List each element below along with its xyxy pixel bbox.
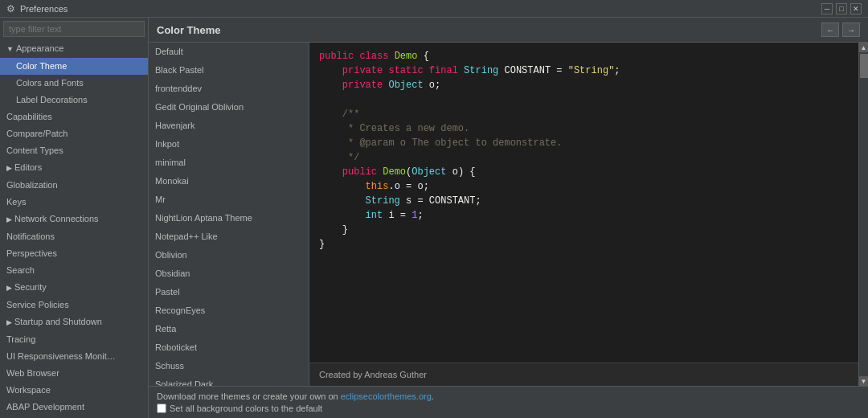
sidebar-item-workspace[interactable]: Workspace <box>0 382 148 399</box>
code-line-2: private static final String CONSTANT = "… <box>319 64 849 78</box>
scroll-down-arrow[interactable]: ▼ <box>859 376 869 386</box>
code-line-7: * @param o The object to demonstrate. <box>319 136 849 150</box>
right-panel: Color Theme ← → Default Black Pastel fro… <box>149 18 868 418</box>
theme-item-gedit[interactable]: Gedit Original Oblivion <box>149 98 309 117</box>
sidebar-item-color-theme[interactable]: Color Theme <box>0 58 148 75</box>
minimize-button[interactable]: ─ <box>821 3 833 14</box>
theme-item-schuss[interactable]: Schuss <box>149 357 309 375</box>
theme-item-default[interactable]: Default <box>149 43 309 61</box>
credit-text: Created by Andreas Guther <box>319 370 427 379</box>
header-buttons: ← → <box>821 23 860 37</box>
theme-item-monokai[interactable]: Monokai <box>149 172 309 191</box>
theme-item-nightlion[interactable]: NightLion Aptana Theme <box>149 209 309 227</box>
sidebar-item-globalization[interactable]: Globalization <box>0 177 148 194</box>
expand-arrow-appearance: ▼ <box>6 43 14 56</box>
sidebar-item-network-connections[interactable]: ▶Network Connections <box>0 211 148 228</box>
back-button[interactable]: ← <box>821 23 839 37</box>
sidebar-item-perspectives[interactable]: Perspectives <box>0 245 148 262</box>
window-title: Preferences <box>20 4 68 14</box>
theme-item-minimal[interactable]: minimal <box>149 154 309 172</box>
app-icon: ⚙ <box>6 3 15 14</box>
main-container: ▼Appearance Color Theme Colors and Fonts… <box>0 18 868 418</box>
code-line-11: String s = CONSTANT; <box>319 194 849 208</box>
expand-arrow-security: ▶ <box>6 281 12 295</box>
sidebar-item-keys[interactable]: Keys <box>0 194 148 211</box>
footer-checkbox-row: Set all background colors to the default <box>157 404 860 413</box>
scroll-thumb[interactable] <box>860 54 868 78</box>
code-line-5: /** <box>319 107 849 121</box>
sidebar-item-appearance[interactable]: ▼Appearance <box>0 40 148 58</box>
sidebar-item-content-types[interactable]: Content Types <box>0 142 148 159</box>
titlebar-controls: ─ □ ✕ <box>821 3 862 14</box>
restore-button[interactable]: □ <box>836 3 847 14</box>
sidebar-item-tracing[interactable]: Tracing <box>0 331 148 348</box>
code-line-6: * Creates a new demo. <box>319 121 849 136</box>
sidebar-item-search[interactable]: Search <box>0 262 148 279</box>
sidebar-item-security[interactable]: ▶Security <box>0 279 148 297</box>
tree-container: ▼Appearance Color Theme Colors and Fonts… <box>0 40 148 418</box>
titlebar-left: ⚙ Preferences <box>6 3 68 14</box>
theme-item-black-pastel[interactable]: Black Pastel <box>149 61 309 80</box>
code-line-8: */ <box>319 150 849 165</box>
panel-title: Color Theme <box>157 24 220 36</box>
sidebar-item-abap-dev[interactable]: ABAP Development <box>0 399 148 416</box>
sidebar-item-startup-shutdown[interactable]: ▶Startup and Shutdown <box>0 314 148 331</box>
theme-item-solarized-dark[interactable]: Solarized Dark <box>149 375 309 386</box>
code-line-1: public class Demo { <box>319 49 849 64</box>
sidebar-item-notifications[interactable]: Notifications <box>0 228 148 245</box>
theme-item-mr[interactable]: Mr <box>149 191 309 209</box>
content-area: Default Black Pastel frontenddev Gedit O… <box>149 43 868 386</box>
theme-item-roboticket[interactable]: Roboticket <box>149 338 309 357</box>
right-scrollbar[interactable]: ▲ ▼ <box>858 43 868 386</box>
footer: Download more themes or create your own … <box>149 386 868 418</box>
sidebar-item-service-policies[interactable]: Service Policies <box>0 297 148 314</box>
preview-area: public class Demo { private static final… <box>309 43 858 386</box>
theme-item-retta[interactable]: Retta <box>149 320 309 338</box>
sidebar-item-compare-patch[interactable]: Compare/Patch <box>0 125 148 142</box>
forward-button[interactable]: → <box>842 23 860 37</box>
close-button[interactable]: ✕ <box>850 3 862 14</box>
titlebar: ⚙ Preferences ─ □ ✕ <box>0 0 868 18</box>
code-line-4 <box>319 92 849 107</box>
footer-link[interactable]: eclipsecolorthemes.org <box>341 391 432 401</box>
code-line-9: public Demo(Object o) { <box>319 165 849 179</box>
panel-header: Color Theme ← → <box>149 18 868 43</box>
credit-line: Created by Andreas Guther <box>309 363 858 386</box>
expand-arrow-network: ▶ <box>6 213 12 227</box>
code-preview: public class Demo { private static final… <box>309 43 858 363</box>
sidebar-item-editors[interactable]: ▶Editors <box>0 159 148 177</box>
filter-input[interactable] <box>3 21 145 37</box>
theme-item-notepadpp[interactable]: Notepad++ Like <box>149 227 309 246</box>
footer-download-line: Download more themes or create your own … <box>157 391 860 401</box>
code-line-10: this.o = o; <box>319 179 849 194</box>
theme-list: Default Black Pastel frontenddev Gedit O… <box>149 43 309 386</box>
theme-item-havenjark[interactable]: Havenjark <box>149 117 309 135</box>
sidebar-item-label-decorations[interactable]: Label Decorations <box>0 92 148 109</box>
theme-item-pastel[interactable]: Pastel <box>149 283 309 301</box>
sidebar-item-web-browser[interactable]: Web Browser <box>0 365 148 382</box>
expand-arrow-editors: ▶ <box>6 162 12 175</box>
theme-item-inkpot[interactable]: Inkpot <box>149 135 309 154</box>
bg-default-label: Set all background colors to the default <box>170 404 322 413</box>
bg-default-checkbox[interactable] <box>157 404 166 413</box>
sidebar: ▼Appearance Color Theme Colors and Fonts… <box>0 18 149 418</box>
sidebar-item-ui-responsiveness[interactable]: UI Responsiveness Monit… <box>0 348 148 365</box>
theme-item-oblivion[interactable]: Oblivion <box>149 246 309 264</box>
theme-item-frontenddev[interactable]: frontenddev <box>149 80 309 98</box>
expand-arrow-startup: ▶ <box>6 316 12 330</box>
code-line-3: private Object o; <box>319 78 849 92</box>
code-line-14: } <box>319 237 849 252</box>
footer-period: . <box>432 391 434 401</box>
theme-item-obsidian[interactable]: Obsidian <box>149 264 309 283</box>
footer-download-text: Download more themes or create your own … <box>157 391 341 401</box>
theme-item-recogneyes[interactable]: RecognEyes <box>149 301 309 320</box>
sidebar-item-capabilities[interactable]: Capabilities <box>0 109 148 125</box>
code-line-12: int i = 1; <box>319 208 849 223</box>
code-line-13: } <box>319 223 849 237</box>
sidebar-item-colors-fonts[interactable]: Colors and Fonts <box>0 75 148 92</box>
scroll-up-arrow[interactable]: ▲ <box>859 43 869 52</box>
